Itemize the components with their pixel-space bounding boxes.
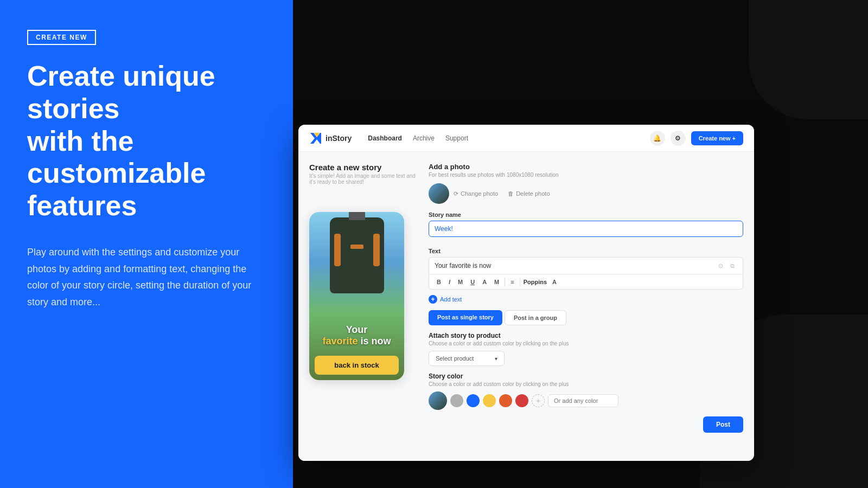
delete-photo-icon: 🗑	[508, 190, 514, 197]
add-color-btn[interactable]: +	[532, 394, 545, 407]
delete-photo-label: Delete photo	[516, 190, 550, 197]
color-red[interactable]	[515, 394, 528, 407]
arc-top-right	[749, 0, 868, 119]
left-section: CREATE NEW Create unique stories with th…	[0, 0, 293, 488]
heading-line1: Create unique stories	[27, 60, 215, 124]
photo-thumbnail	[429, 183, 449, 204]
strikethrough-btn[interactable]: A	[480, 278, 489, 286]
nav-dashboard[interactable]: Dashboard	[368, 134, 402, 142]
text-label: Text	[429, 248, 743, 254]
app-content: Create a new story It's simple! Add an i…	[298, 152, 754, 461]
text-section: Text Your favorite is now ⊙ ⧉ B I M U	[429, 248, 743, 290]
add-text-btn[interactable]: + Add text	[429, 295, 743, 304]
preview-column: Create a new story It's simple! Add an i…	[309, 163, 418, 450]
strap-left	[334, 234, 341, 266]
edit-icon[interactable]: ⊙	[716, 261, 725, 271]
attach-product-section: Attach story to product Choose a color o…	[429, 332, 743, 366]
header-right: 🔔 ⚙ Create new +	[650, 131, 743, 146]
text-editor-top: Your favorite is now ⊙ ⧉	[429, 258, 743, 274]
app-logo: inStory	[309, 132, 352, 145]
app-window: inStory Dashboard Archive Support 🔔 ⚙ Cr…	[298, 125, 754, 461]
story-name-input[interactable]	[429, 221, 743, 237]
attach-title: Attach story to product	[429, 332, 743, 339]
italic-btn[interactable]: I	[446, 278, 452, 286]
color-gray[interactable]	[450, 394, 463, 407]
badge-label: CREATE NEW	[27, 30, 96, 45]
add-photo-section: Add a photo For best results use photos …	[429, 163, 743, 204]
story-color-title: Story color	[429, 373, 743, 380]
create-story-sub: It's simple! Add an image and some text …	[309, 173, 418, 185]
logo-text: inStory	[326, 134, 352, 143]
post-group-tab[interactable]: Post in a group	[505, 310, 566, 325]
phone-text-line1: Your favorite is now	[314, 324, 400, 348]
create-story-title: Create a new story	[309, 163, 418, 172]
post-tabs: Post as single story Post in a group	[429, 310, 743, 325]
heading-line2: with the customizable	[27, 125, 206, 189]
color-yellow[interactable]	[483, 394, 496, 407]
phone-image: Your favorite is now back in stock	[309, 212, 404, 380]
color-preview-thumb	[429, 391, 447, 410]
font-size-btn[interactable]: A	[550, 278, 559, 286]
add-photo-title: Add a photo	[429, 163, 743, 171]
story-name-label: Story name	[429, 211, 743, 218]
text-editor: Your favorite is now ⊙ ⧉ B I M U A M	[429, 257, 743, 290]
notifications-icon[interactable]: 🔔	[650, 131, 665, 146]
buckle	[350, 245, 363, 249]
text-highlight: favorite	[322, 336, 358, 346]
heading-line3: features	[27, 190, 137, 221]
color-blue[interactable]	[467, 394, 480, 407]
change-photo-label: Change photo	[461, 190, 498, 197]
strap-right	[373, 234, 380, 266]
custom-color-input[interactable]	[548, 394, 618, 407]
post-button[interactable]: Post	[703, 416, 743, 433]
text-your: Your	[346, 324, 368, 335]
logo-icon	[309, 132, 322, 145]
change-photo-btn[interactable]: ⟳ Change photo	[454, 190, 498, 197]
change-photo-icon: ⟳	[454, 190, 458, 197]
nav-archive[interactable]: Archive	[413, 134, 435, 142]
sub-text: Play around with the settings and custom…	[27, 244, 266, 310]
copy-icon[interactable]: ⧉	[727, 261, 737, 271]
nav-support[interactable]: Support	[445, 134, 468, 142]
phone-text-overlay: Your favorite is now	[309, 324, 404, 348]
add-text-label: Add text	[440, 296, 462, 303]
attach-sub: Choose a color or add custom color by cl…	[429, 341, 743, 346]
font-name[interactable]: Poppins	[524, 279, 547, 285]
size-btn[interactable]: M	[492, 278, 501, 286]
toolbar-divider2	[520, 278, 520, 286]
bold-btn[interactable]: B	[435, 278, 443, 286]
underline-btn[interactable]: U	[468, 278, 477, 286]
story-color-section: Story color Choose a color or add custom…	[429, 373, 743, 410]
align-btn[interactable]: ≡	[508, 278, 516, 286]
post-single-tab[interactable]: Post as single story	[429, 310, 502, 325]
editor-icons: ⊙ ⧉	[716, 261, 737, 271]
select-product-label: Select product	[436, 355, 474, 362]
photo-row: ⟳ Change photo 🗑 Delete photo	[429, 183, 743, 204]
settings-icon[interactable]: ⚙	[671, 131, 686, 146]
color-row: +	[429, 391, 743, 410]
create-story-heading: Create a new story It's simple! Add an i…	[309, 163, 418, 191]
story-color-sub: Choose a color or add custom color by cl…	[429, 381, 743, 387]
chevron-down-icon: ▾	[495, 356, 497, 362]
text-toolbar: B I M U A M ≡ Poppins A	[429, 274, 743, 289]
add-text-icon: +	[429, 295, 437, 304]
add-photo-sub: For best results use photos with 1080x10…	[429, 172, 743, 178]
main-heading: Create unique stories with the customiza…	[27, 60, 266, 222]
color-orange[interactable]	[499, 394, 512, 407]
form-panel: Add a photo For best results use photos …	[429, 163, 743, 450]
backpack-shape	[330, 217, 384, 293]
text-content[interactable]: Your favorite is now	[435, 262, 491, 269]
select-product-dropdown[interactable]: Select product ▾	[429, 351, 505, 366]
app-nav: Dashboard Archive Support	[368, 134, 468, 142]
app-header: inStory Dashboard Archive Support 🔔 ⚙ Cr…	[298, 125, 754, 152]
create-new-button[interactable]: Create new +	[691, 131, 743, 145]
delete-photo-btn[interactable]: 🗑 Delete photo	[508, 190, 550, 197]
mono-btn[interactable]: M	[456, 278, 465, 286]
toolbar-divider	[505, 278, 505, 286]
phone-preview: Your favorite is now back in stock	[309, 212, 404, 380]
phone-cta: back in stock	[315, 356, 399, 375]
story-name-section: Story name	[429, 211, 743, 242]
text-suffix: is now	[361, 336, 391, 346]
